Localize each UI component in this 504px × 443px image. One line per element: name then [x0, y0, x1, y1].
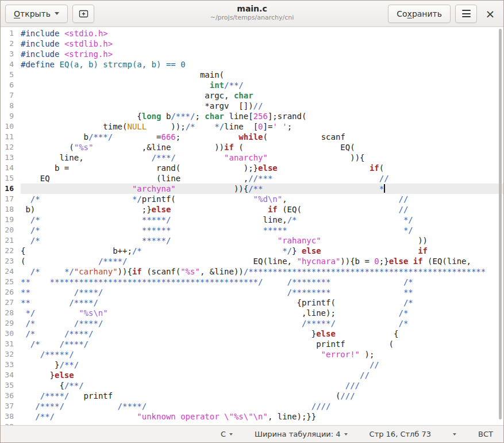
code-line-13[interactable]: line, /***/ "anarchy" )){	[21, 152, 503, 163]
code-line-17[interactable]: /* */printf( "%d\n", //	[21, 194, 503, 204]
code-line-15[interactable]: EQ (line ,//*** //	[21, 173, 503, 184]
gutter[interactable]: 1234567891011121314151617181920212223242…	[1, 27, 16, 425]
code-line-3[interactable]: #include <string.h>	[21, 49, 503, 59]
code-line-34[interactable]: }else //	[21, 370, 503, 380]
line-number[interactable]: 12	[1, 142, 16, 152]
close-button[interactable]: ×	[482, 5, 499, 22]
code-line-29[interactable]: /* /****/ /*****/ /*	[21, 318, 503, 329]
line-number[interactable]: 16	[1, 184, 16, 194]
line-number[interactable]: 17	[1, 194, 16, 204]
text-cursor	[384, 184, 385, 193]
scrollbar[interactable]	[498, 29, 502, 423]
line-number[interactable]: 20	[1, 225, 16, 235]
code-line-37[interactable]: /****/ /****/ ////	[21, 401, 503, 411]
code-line-30[interactable]: /* /****/ }else {	[21, 329, 503, 339]
code-line-6[interactable]: int/**/	[21, 80, 503, 90]
code-line-28[interactable]: */ "%s\n" ,line); /*	[21, 308, 503, 318]
tab-width-label: Ширина табуляции: 4	[255, 430, 341, 438]
line-number[interactable]: 39	[1, 422, 16, 425]
code-line-39[interactable]	[21, 422, 503, 425]
cursor-position[interactable]: Стр 16, Стлб 73	[367, 429, 434, 440]
line-number[interactable]: 7	[1, 90, 16, 101]
code-line-35[interactable]: {/**/ ///	[21, 380, 503, 391]
line-number[interactable]: 35	[1, 380, 16, 391]
line-number[interactable]: 8	[1, 101, 16, 111]
code-line-9[interactable]: {long b/***/; char line[256];srand(	[21, 111, 503, 121]
line-number[interactable]: 34	[1, 370, 16, 380]
code-line-19[interactable]: /* *****/ line,/* */	[21, 215, 503, 225]
line-number[interactable]: 2	[1, 39, 16, 49]
menu-button[interactable]	[455, 5, 477, 23]
code-line-33[interactable]: }/**/ //	[21, 360, 503, 370]
new-document-button[interactable]	[72, 5, 94, 23]
line-number[interactable]: 10	[1, 121, 16, 132]
line-number[interactable]: 15	[1, 173, 16, 184]
language-selector[interactable]: C	[218, 429, 235, 440]
code-line-1[interactable]: #include <stdio.h>	[21, 28, 503, 39]
line-number[interactable]: 33	[1, 360, 16, 370]
line-number[interactable]: 6	[1, 80, 16, 90]
line-number[interactable]: 11	[1, 132, 16, 142]
line-number[interactable]: 32	[1, 349, 16, 360]
goto-line-dropdown[interactable]	[451, 432, 459, 437]
code-line-5[interactable]: main(	[21, 70, 503, 80]
code-line-26[interactable]: ** /****/ /******** **	[21, 287, 503, 297]
line-number[interactable]: 21	[1, 235, 16, 246]
code-line-25[interactable]: ** *************************************…	[21, 277, 503, 287]
code-line-7[interactable]: argc, char	[21, 90, 503, 101]
line-number[interactable]: 28	[1, 308, 16, 318]
chevron-down-icon	[344, 433, 348, 436]
code-line-10[interactable]: time(NULL ));/* */line [0]=' ';	[21, 121, 503, 132]
code-line-32[interactable]: /*****/ "error!" );	[21, 349, 503, 360]
line-number[interactable]: 19	[1, 215, 16, 225]
line-number[interactable]: 37	[1, 401, 16, 411]
line-number[interactable]: 3	[1, 49, 16, 59]
code-area[interactable]: #include <stdio.h>#include <stdlib.h>#in…	[16, 27, 503, 425]
line-number[interactable]: 23	[1, 256, 16, 266]
line-number[interactable]: 5	[1, 70, 16, 80]
insert-mode-indicator[interactable]: ВСТ	[476, 429, 495, 440]
scrollbar-thumb[interactable]	[499, 29, 502, 419]
code-line-8[interactable]: *argv [])//	[21, 101, 503, 111]
line-number[interactable]: 27	[1, 297, 16, 308]
open-button[interactable]: Открыть	[5, 5, 68, 23]
line-number[interactable]: 31	[1, 339, 16, 349]
line-number[interactable]: 22	[1, 246, 16, 256]
code-line-31[interactable]: /* /****/ printf (	[21, 339, 503, 349]
code-line-11[interactable]: b/***/ =666; while( scanf	[21, 132, 503, 142]
code-line-38[interactable]: /**/ "unknown operator \"%s\"\n", line);…	[21, 411, 503, 422]
line-number[interactable]: 24	[1, 266, 16, 277]
line-number[interactable]: 13	[1, 152, 16, 163]
line-number[interactable]: 25	[1, 277, 16, 287]
chevron-down-icon	[453, 433, 456, 436]
code-line-22[interactable]: { b++;/* */} else if	[21, 246, 503, 256]
code-line-23[interactable]: ( /****/ EQ(line, "hycnara")){b = 0;}els…	[21, 256, 503, 266]
line-number[interactable]: 14	[1, 163, 16, 173]
cursor-position-label: Стр 16, Стлб 73	[370, 430, 432, 438]
line-number[interactable]: 38	[1, 411, 16, 422]
code-line-18[interactable]: b) ;}else if (EQ( //	[21, 204, 503, 215]
line-number[interactable]: 29	[1, 318, 16, 329]
code-line-24[interactable]: /* */"carhany")){if (scanf("%s", &line))…	[21, 266, 503, 277]
line-number[interactable]: 26	[1, 287, 16, 297]
line-number[interactable]: 9	[1, 111, 16, 121]
code-line-12[interactable]: ("%s" ,&line ))if ( EQ(	[21, 142, 503, 152]
code-line-14[interactable]: b = rand( );}else if(	[21, 163, 503, 173]
hamburger-icon	[462, 10, 471, 17]
code-line-2[interactable]: #include <stdlib.h>	[21, 39, 503, 49]
code-line-20[interactable]: /* ****** ***** */	[21, 225, 503, 235]
line-number[interactable]: 30	[1, 329, 16, 339]
headerbar-left: Открыть	[5, 5, 94, 23]
code-line-16[interactable]: "archyna" )){/** *	[21, 184, 503, 194]
code-line-27[interactable]: ** /****/ {printf( /*	[21, 297, 503, 308]
code-line-4[interactable]: #define EQ(a, b) strcmp(a, b) == 0	[21, 59, 503, 70]
tab-width-selector[interactable]: Ширина табуляции: 4	[252, 429, 350, 440]
editor[interactable]: 1234567891011121314151617181920212223242…	[1, 27, 503, 425]
code-line-21[interactable]: /* *****/ "rahanyc" ))	[21, 235, 503, 246]
code-line-36[interactable]: /****/ printf (///	[21, 391, 503, 401]
save-button[interactable]: Сохранить	[388, 5, 451, 23]
line-number[interactable]: 18	[1, 204, 16, 215]
line-number[interactable]: 1	[1, 28, 16, 39]
line-number[interactable]: 36	[1, 391, 16, 401]
line-number[interactable]: 4	[1, 59, 16, 70]
